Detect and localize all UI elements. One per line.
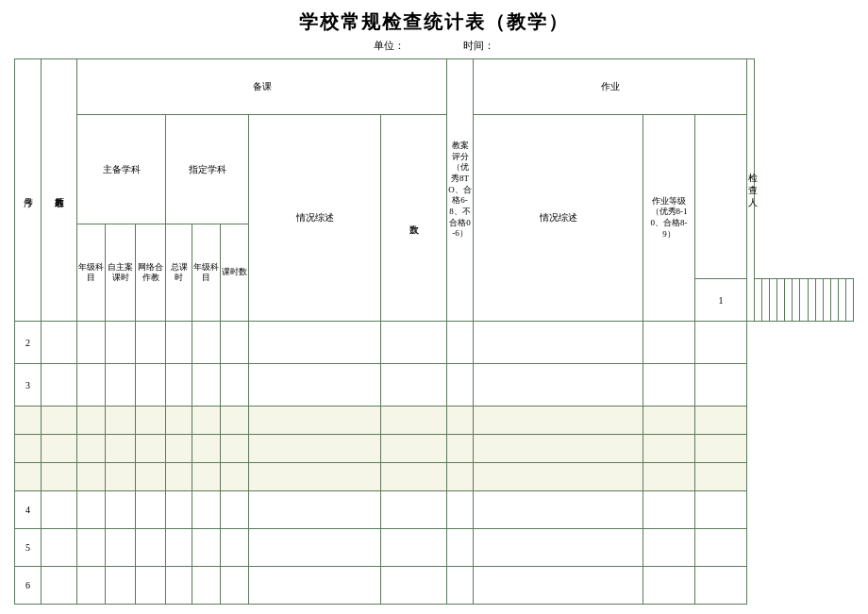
row-checker-b3 <box>695 463 747 491</box>
row-desc2-b1 <box>474 407 643 435</box>
row-count-5 <box>447 529 474 567</box>
row-total-5 <box>166 529 192 567</box>
data-row-2: 2 <box>15 322 854 364</box>
row-lessons-2 <box>221 322 249 364</box>
row-desc-b2 <box>249 435 381 463</box>
row-self-b2 <box>106 435 136 463</box>
row-name-5 <box>42 529 77 567</box>
zuoye-header: 作业 <box>474 59 747 115</box>
row-checker-3 <box>695 364 747 407</box>
data-row-blank-1 <box>15 407 854 435</box>
row-grade2-b3 <box>192 463 221 491</box>
total-hours-header: 总课时 <box>166 224 192 322</box>
row-checker-6 <box>695 567 747 605</box>
row-desc2-b3 <box>474 463 643 491</box>
row-grade-4 <box>77 491 106 529</box>
row-checker-b2 <box>695 435 747 463</box>
row-name-6 <box>42 567 77 605</box>
row-desc-b3 <box>249 463 381 491</box>
row-checker-1 <box>845 279 853 322</box>
row-grade-b1 <box>77 407 106 435</box>
row-count-3 <box>447 364 474 407</box>
data-row-4: 4 <box>15 491 854 529</box>
row-lessons-1 <box>800 279 808 322</box>
unit-label: 单位： <box>374 40 405 51</box>
row-self-4 <box>106 491 136 529</box>
row-count-2 <box>447 322 474 364</box>
row-net-3 <box>136 364 166 407</box>
row-grade2-4 <box>192 491 221 529</box>
eval-header: 教案评分（优秀8TO、合格6-8、不合格0-6） <box>447 59 474 322</box>
row-seq-4: 4 <box>15 491 42 529</box>
row-grade2-b2 <box>192 435 221 463</box>
row-grade3-b3 <box>643 463 695 491</box>
row-lessons-5 <box>221 529 249 567</box>
row-count-1 <box>823 279 830 322</box>
grade-subject2-header: 年级科目 <box>192 224 221 322</box>
row-desc2-6 <box>474 567 643 605</box>
data-row-blank-3 <box>15 463 854 491</box>
row-checker-5 <box>695 529 747 567</box>
row-desc2-3 <box>474 364 643 407</box>
row-desc2-2 <box>474 322 643 364</box>
row-total-b1 <box>166 407 192 435</box>
row-desc-4 <box>249 491 381 529</box>
row-desc-1 <box>808 279 815 322</box>
grade-subject-header: 年级科目 <box>77 224 106 322</box>
situation-header: 情况综述 <box>249 114 381 321</box>
count-header: 次数 <box>381 114 447 321</box>
row-grade-6 <box>77 567 106 605</box>
row-desc2-1 <box>830 279 838 322</box>
row-grade2-2 <box>192 322 221 364</box>
row-desc-2 <box>249 322 381 364</box>
row-net-6 <box>136 567 166 605</box>
teacher-name-header: 教师姓名 <box>42 59 77 322</box>
row-seq-1: 1 <box>695 279 747 322</box>
row-grade3-1 <box>838 279 845 322</box>
seq-header: 序号 <box>15 59 42 322</box>
data-row-3: 3 <box>15 364 854 407</box>
row-eval-b1 <box>381 407 447 435</box>
row-count-b1 <box>447 407 474 435</box>
row-seq-b3 <box>15 463 42 491</box>
row-grade-b2 <box>77 435 106 463</box>
row-total-b3 <box>166 463 192 491</box>
main-table: 序号 教师姓名 备课 教案评分（优秀8TO、合格6-8、不合格0-6） 作业 检… <box>14 58 854 605</box>
row-net-1 <box>777 279 785 322</box>
row-desc-3 <box>249 364 381 407</box>
row-self-6 <box>106 567 136 605</box>
row-lessons-b2 <box>221 435 249 463</box>
row-eval-b2 <box>381 435 447 463</box>
situation2-header: 情况综述 <box>474 114 643 321</box>
row-grade3-6 <box>643 567 695 605</box>
grade3-header: 作业等级（优秀8-10、合格8-9） <box>643 114 695 321</box>
row-seq-5: 5 <box>15 529 42 567</box>
zhiding-header: 指定学科 <box>166 114 249 224</box>
row-eval-1 <box>815 279 823 322</box>
row-total-6 <box>166 567 192 605</box>
row-count-6 <box>447 567 474 605</box>
row-grade-3 <box>77 364 106 407</box>
data-row-5: 5 <box>15 529 854 567</box>
row-count-4 <box>447 491 474 529</box>
row-net-b2 <box>136 435 166 463</box>
row-grade2-b1 <box>192 407 221 435</box>
row-total-1 <box>785 279 793 322</box>
row-count-b3 <box>447 463 474 491</box>
row-self-5 <box>106 529 136 567</box>
row-eval-4 <box>381 491 447 529</box>
row-net-b1 <box>136 407 166 435</box>
row-grade3-5 <box>643 529 695 567</box>
checker-header: 检查人 <box>747 59 755 322</box>
data-row-6: 6 <box>15 567 854 605</box>
row-grade3-b2 <box>643 435 695 463</box>
row-net-4 <box>136 491 166 529</box>
row-seq-b1 <box>15 407 42 435</box>
net-collab-header: 网络合作教 <box>136 224 166 322</box>
row-desc-5 <box>249 529 381 567</box>
row-name-b1 <box>42 407 77 435</box>
row-net-5 <box>136 529 166 567</box>
row-name-1 <box>755 279 762 322</box>
row-count-b2 <box>447 435 474 463</box>
row-self-1 <box>770 279 777 322</box>
